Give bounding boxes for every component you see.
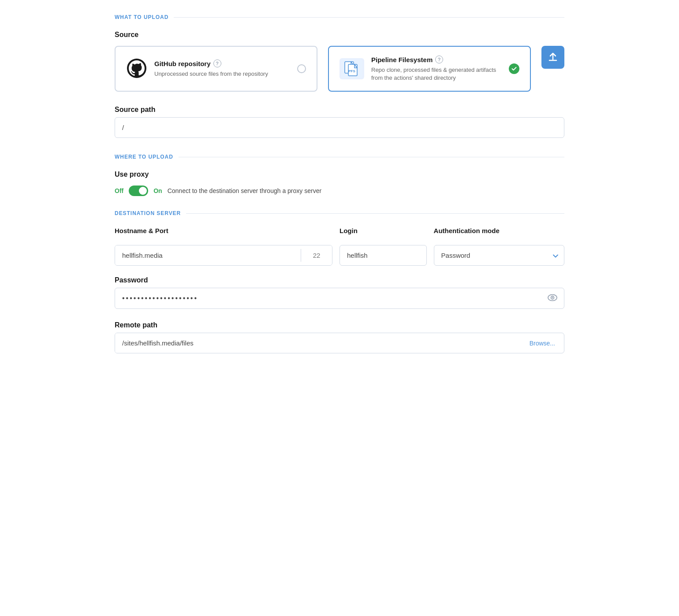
source-path-input[interactable] <box>115 117 564 138</box>
auth-mode-select[interactable]: Password SSH Key Certificate <box>434 245 564 266</box>
pfs-card-content: Pipeline Filesystem ? Repo clone, proces… <box>371 56 502 82</box>
password-input[interactable] <box>115 288 564 309</box>
pfs-card-desc: Repo clone, processed files & generated … <box>371 66 502 82</box>
port-input[interactable] <box>301 245 332 265</box>
hostname-port-group: Hostname & Port <box>115 227 332 266</box>
hostname-label: Hostname & Port <box>115 227 332 234</box>
auth-mode-select-wrap: Password SSH Key Certificate <box>434 245 564 266</box>
source-label: Source <box>115 31 564 39</box>
hostname-row: Hostname & Port Login Authentication mod… <box>115 227 564 266</box>
password-section: Password <box>115 276 564 309</box>
source-path-section: Source path <box>115 106 564 138</box>
browse-button[interactable]: Browse... <box>521 334 564 353</box>
toggle-on-label: On <box>153 187 162 194</box>
pfs-card[interactable]: PFS Pipeline Filesystem ? Repo clone, pr… <box>328 46 531 92</box>
password-label: Password <box>115 276 564 284</box>
auth-mode-label: Authentication mode <box>434 227 564 234</box>
github-radio[interactable] <box>297 64 306 73</box>
section-divider-2 <box>179 157 564 157</box>
section-divider-1 <box>174 17 564 18</box>
where-to-upload-header: WHERE TO UPLOAD <box>115 154 564 160</box>
remote-path-wrap: Browse... <box>115 333 564 353</box>
remote-path-section: Remote path Browse... <box>115 321 564 353</box>
pfs-card-title: Pipeline Filesystem ? <box>371 56 502 63</box>
hostname-port-wrap <box>115 245 332 266</box>
use-proxy-section: Use proxy Off On Connect to the destinat… <box>115 171 564 196</box>
upload-button[interactable] <box>541 46 564 69</box>
use-proxy-label: Use proxy <box>115 171 564 178</box>
destination-server-header: DESTINATION SERVER <box>115 210 564 216</box>
auth-mode-group: Authentication mode Password SSH Key Cer… <box>434 227 564 266</box>
login-group: Login <box>340 227 427 266</box>
remote-path-label: Remote path <box>115 321 564 329</box>
proxy-description: Connect to the destination server throug… <box>168 187 321 194</box>
where-to-upload-label: WHERE TO UPLOAD <box>115 154 173 160</box>
what-to-upload-header: WHAT TO UPLOAD <box>115 14 564 20</box>
pfs-help-icon[interactable]: ? <box>435 56 443 63</box>
source-section: Source GitHub repository ? Unprocessed s… <box>115 31 564 92</box>
svg-text:PFS: PFS <box>348 69 355 73</box>
github-help-icon[interactable]: ? <box>213 59 221 67</box>
source-cards-container: GitHub repository ? Unprocessed source f… <box>115 46 564 92</box>
github-icon <box>126 58 147 80</box>
github-card-desc: Unprocessed source files from the reposi… <box>154 70 290 78</box>
remote-path-input[interactable] <box>115 333 521 353</box>
toggle-off-label: Off <box>115 187 123 194</box>
section-divider-3 <box>186 213 564 214</box>
github-card[interactable]: GitHub repository ? Unprocessed source f… <box>115 46 317 92</box>
login-input[interactable] <box>340 245 427 266</box>
destination-server-label: DESTINATION SERVER <box>115 210 181 216</box>
what-to-upload-label: WHAT TO UPLOAD <box>115 14 168 20</box>
pfs-icon: PFS <box>340 58 364 79</box>
pfs-check <box>509 63 519 74</box>
login-label: Login <box>340 227 427 234</box>
eye-icon[interactable] <box>548 294 557 303</box>
source-path-label: Source path <box>115 106 564 114</box>
proxy-row: Off On Connect to the destination server… <box>115 186 564 196</box>
github-card-title: GitHub repository ? <box>154 59 290 67</box>
password-wrap <box>115 288 564 309</box>
svg-point-7 <box>552 297 553 298</box>
hostname-input[interactable] <box>115 245 301 265</box>
github-card-content: GitHub repository ? Unprocessed source f… <box>154 59 290 78</box>
proxy-toggle[interactable] <box>129 186 148 196</box>
